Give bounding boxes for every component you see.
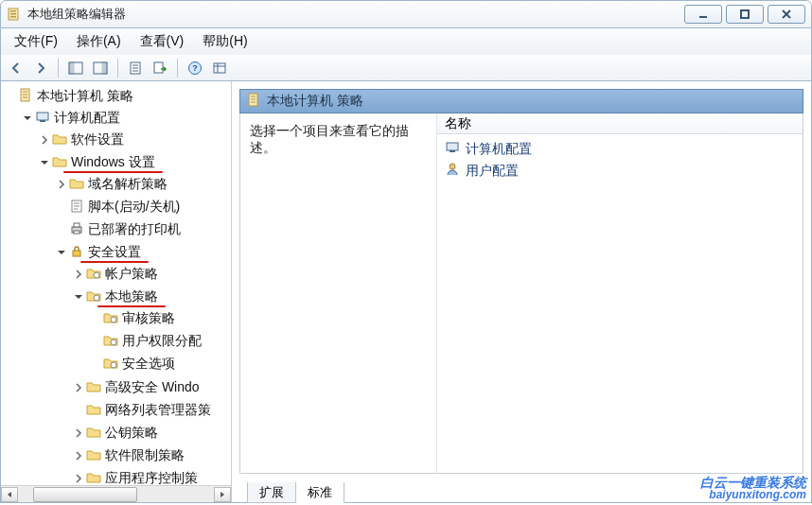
tree-label: 网络列表管理器策 bbox=[103, 402, 213, 419]
tree-horizontal-scrollbar[interactable] bbox=[1, 485, 231, 502]
toolbar: ? bbox=[0, 55, 812, 81]
expand-toggle[interactable] bbox=[56, 179, 67, 190]
list-item-label: 计算机配置 bbox=[466, 141, 532, 158]
tree-audit-policy[interactable]: 审核策略 bbox=[90, 308, 231, 329]
tree-local-policies[interactable]: 本地策略 bbox=[73, 287, 231, 307]
expand-toggle[interactable] bbox=[73, 382, 84, 393]
svg-rect-9 bbox=[69, 62, 74, 74]
tree-security-options[interactable]: 安全选项 bbox=[90, 354, 231, 374]
content-title: 本地计算机 策略 bbox=[267, 93, 363, 110]
policy-folder-icon bbox=[103, 333, 118, 351]
svg-rect-3 bbox=[10, 16, 16, 18]
svg-rect-19 bbox=[214, 63, 225, 73]
tree-label: 域名解析策略 bbox=[86, 176, 169, 193]
folder-icon bbox=[52, 154, 67, 172]
tree-windows-settings[interactable]: Windows 设置 bbox=[39, 152, 231, 173]
minimize-button[interactable] bbox=[684, 5, 722, 24]
console-tree[interactable]: 本地计算机 策略 计算机配置 bbox=[1, 81, 231, 485]
tree-label: 计算机配置 bbox=[52, 110, 122, 127]
svg-rect-1 bbox=[10, 10, 16, 12]
console-tree-button[interactable] bbox=[89, 58, 112, 78]
expand-toggle[interactable] bbox=[39, 157, 50, 168]
forward-button[interactable] bbox=[29, 58, 52, 78]
svg-rect-42 bbox=[447, 143, 458, 150]
tree-software-settings[interactable]: 软件设置 bbox=[39, 130, 231, 150]
tree-deployed-printers[interactable]: 已部署的打印机 bbox=[56, 219, 231, 240]
tree-label: 应用程序控制策 bbox=[103, 470, 200, 485]
folder-icon bbox=[86, 447, 101, 465]
svg-rect-5 bbox=[741, 10, 749, 18]
tree-account-policies[interactable]: 帐户策略 bbox=[73, 264, 231, 285]
close-button[interactable] bbox=[768, 5, 805, 24]
svg-point-34 bbox=[94, 295, 99, 301]
tab-extended[interactable]: 扩展 bbox=[247, 482, 296, 503]
back-button[interactable] bbox=[5, 58, 27, 78]
toolbar-separator bbox=[58, 59, 59, 78]
tree-label: 安全设置 bbox=[86, 244, 143, 261]
export-list-button[interactable] bbox=[149, 58, 171, 78]
tree-security-settings[interactable]: 安全设置 bbox=[56, 242, 231, 263]
tab-standard[interactable]: 标准 bbox=[295, 482, 344, 503]
expand-toggle[interactable] bbox=[73, 269, 84, 280]
column-header-name[interactable]: 名称 bbox=[437, 113, 803, 134]
expand-toggle[interactable] bbox=[56, 247, 67, 258]
tree-label: 本地策略 bbox=[103, 288, 160, 305]
tree-network-list-manager[interactable]: 网络列表管理器策 bbox=[73, 400, 231, 421]
tree-root[interactable]: 本地计算机 策略 bbox=[5, 86, 231, 107]
svg-rect-11 bbox=[102, 62, 107, 74]
tree-app-control-policies[interactable]: 应用程序控制策 bbox=[73, 468, 231, 485]
expand-toggle[interactable] bbox=[39, 134, 50, 146]
show-hide-tree-button[interactable] bbox=[64, 58, 87, 78]
properties-button[interactable] bbox=[124, 58, 147, 78]
svg-point-36 bbox=[111, 340, 116, 345]
folder-icon bbox=[86, 425, 101, 443]
policy-folder-icon bbox=[103, 356, 118, 374]
tree-label: 软件限制策略 bbox=[103, 447, 186, 464]
svg-rect-43 bbox=[450, 150, 455, 152]
list-item-user-config[interactable]: 用户配置 bbox=[437, 160, 803, 182]
security-icon bbox=[69, 244, 84, 262]
tree-label: 已部署的打印机 bbox=[86, 221, 183, 238]
tree-label: 高级安全 Windo bbox=[103, 379, 202, 396]
expand-toggle[interactable] bbox=[22, 113, 33, 124]
tree-scripts[interactable]: 脚本(启动/关机) bbox=[56, 197, 231, 218]
scroll-right-button[interactable] bbox=[214, 487, 231, 502]
toolbar-separator bbox=[117, 59, 118, 78]
tree-public-key-policies[interactable]: 公钥策略 bbox=[73, 423, 231, 444]
content-pane: 本地计算机 策略 选择一个项目来查看它的描述。 名称 计算机配置 用户配置 bbox=[232, 81, 811, 502]
view-list-button[interactable] bbox=[208, 58, 231, 78]
tree-software-restriction[interactable]: 软件限制策略 bbox=[73, 445, 231, 466]
tree-computer-config[interactable]: 计算机配置 bbox=[22, 108, 231, 129]
menu-view[interactable]: 查看(V) bbox=[131, 31, 194, 52]
tree-pane: 本地计算机 策略 计算机配置 bbox=[1, 81, 232, 502]
list-item-label: 用户配置 bbox=[466, 163, 519, 180]
svg-rect-26 bbox=[37, 113, 48, 120]
scroll-left-button[interactable] bbox=[1, 487, 18, 502]
expand-toggle[interactable] bbox=[73, 427, 84, 439]
menu-action[interactable]: 操作(A) bbox=[67, 31, 131, 52]
tree-user-rights[interactable]: 用户权限分配 bbox=[90, 331, 231, 352]
list-rows: 计算机配置 用户配置 bbox=[437, 134, 803, 185]
list-item-computer-config[interactable]: 计算机配置 bbox=[437, 138, 803, 160]
expand-toggle[interactable] bbox=[73, 473, 84, 484]
svg-rect-31 bbox=[74, 231, 79, 234]
tree-root-label: 本地计算机 策略 bbox=[35, 88, 135, 105]
script-icon bbox=[69, 199, 84, 217]
titlebar: 本地组策略编辑器 bbox=[0, 0, 812, 28]
scroll-track[interactable] bbox=[18, 487, 214, 502]
scroll-thumb[interactable] bbox=[33, 487, 137, 502]
menu-file[interactable]: 文件(F) bbox=[5, 31, 67, 52]
menu-help[interactable]: 帮助(H) bbox=[193, 31, 256, 52]
maximize-button[interactable] bbox=[726, 5, 764, 24]
user-config-icon bbox=[445, 162, 460, 180]
svg-rect-32 bbox=[73, 251, 80, 256]
policy-doc-icon bbox=[18, 88, 33, 106]
expand-toggle[interactable] bbox=[73, 450, 84, 461]
help-button[interactable]: ? bbox=[184, 58, 206, 78]
policy-folder-icon bbox=[86, 266, 101, 284]
svg-rect-27 bbox=[40, 120, 45, 122]
tree-advanced-windows-firewall[interactable]: 高级安全 Windo bbox=[73, 377, 231, 398]
expand-toggle[interactable] bbox=[73, 291, 84, 303]
tree-dns-policy[interactable]: 域名解析策略 bbox=[56, 174, 231, 195]
tree-label: 帐户策略 bbox=[103, 266, 160, 283]
